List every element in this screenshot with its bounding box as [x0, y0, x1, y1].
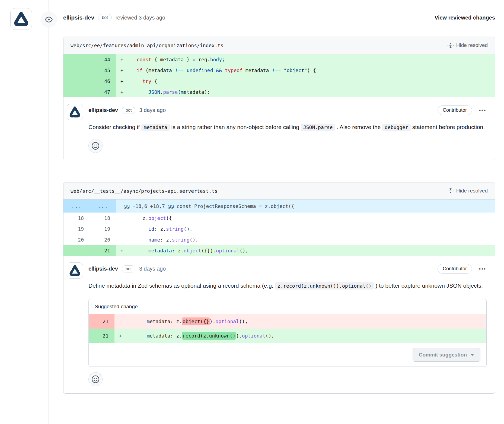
- file-header: web/src/__tests__/async/projects-api.ser…: [63, 182, 495, 200]
- diff-sign: -: [114, 314, 127, 329]
- comment-avatar[interactable]: [67, 262, 83, 279]
- diff-line: 21+ metadata: z.record(z.unknown()).opti…: [89, 329, 486, 343]
- kebab-menu-button[interactable]: [478, 267, 487, 271]
- line-number-old: [63, 76, 90, 86]
- code-token: z.: [131, 215, 148, 221]
- view-reviewed-changes-link[interactable]: View reviewed changes: [435, 15, 495, 21]
- diff-line: 45+ if (metadata !== undefined && typeof…: [63, 65, 495, 76]
- comment-avatar[interactable]: [67, 104, 83, 120]
- comment-content: ellipsis-dev bot 3 days ago Contributor …: [88, 104, 487, 153]
- code-line: @@ -18,6 +18,7 @@ const ProjectResponseS…: [116, 200, 495, 213]
- line-number-old: 18: [63, 213, 90, 223]
- smiley-icon: [91, 142, 100, 150]
- diff-sign: [116, 223, 129, 234]
- code-token: : z.: [160, 237, 172, 243]
- bot-badge: bot: [122, 265, 135, 272]
- code-line: try {: [129, 76, 495, 86]
- code-token: undefined: [187, 68, 213, 73]
- code-token: (),: [266, 333, 275, 339]
- code-line: if (metadata !== undefined && typeof met…: [129, 65, 495, 76]
- code-token: optional: [215, 319, 239, 324]
- file-path[interactable]: web/src/ee/features/admin-api/organizati…: [71, 43, 224, 48]
- commit-suggestion-button[interactable]: Commit suggestion: [413, 348, 480, 362]
- diff-line: 1919 id: z.string(),: [63, 223, 495, 234]
- code-token: req.: [195, 57, 210, 62]
- review-comment: ellipsis-dev bot 3 days ago Contributor …: [63, 97, 495, 160]
- code-token: if: [137, 68, 143, 73]
- code-token: metadata: [148, 248, 172, 253]
- suggestion-diff: 21- metadata: z.object({}).optional(),21…: [89, 314, 486, 343]
- code-token: [131, 237, 148, 243]
- code-line: JSON.parse(metadata);: [129, 86, 495, 97]
- kebab-menu-button[interactable]: [478, 108, 487, 112]
- code-token: ) {: [307, 68, 316, 73]
- code-token: metadata: z.: [129, 319, 182, 324]
- code-token: (),: [239, 319, 248, 324]
- code-token: ({}).: [201, 248, 216, 253]
- comment-author[interactable]: ellipsis-dev: [88, 107, 118, 113]
- inline-code: z.record(z.unknown()).optional(): [275, 282, 374, 290]
- code-token: (metadata: [142, 68, 175, 73]
- contributor-badge: Contributor: [438, 264, 472, 274]
- code-token: ).: [210, 319, 216, 324]
- code-token: (metadata);: [178, 89, 210, 95]
- code-line: metadata: z.record(z.unknown()).optional…: [127, 329, 486, 343]
- reviewer-avatar[interactable]: [10, 8, 32, 30]
- code-token: JSON: [148, 89, 160, 95]
- diff-line: 1818 z.object({: [63, 213, 495, 223]
- kebab-icon: [479, 110, 486, 111]
- diff-sign: [116, 213, 129, 223]
- kebab-icon: [479, 268, 486, 270]
- code-token: @@ -18,6 +18,7 @@ const ProjectResponseS…: [124, 203, 294, 209]
- diff-sign: +: [116, 54, 129, 65]
- diff-line: 2020 name: z.string(),: [63, 234, 495, 245]
- review-thread-card-1: web/src/ee/features/admin-api/organizati…: [63, 37, 495, 160]
- code-token: ;: [222, 57, 225, 62]
- diff-sign: [116, 234, 129, 245]
- line-number-old: [63, 65, 90, 76]
- add-reaction-button[interactable]: [88, 139, 103, 153]
- code-token: [222, 68, 225, 73]
- line-number-new: ...: [90, 200, 116, 213]
- code-token: [131, 68, 137, 73]
- code-token: ({: [166, 215, 172, 221]
- fold-icon: [448, 188, 454, 194]
- diff-sign: +: [116, 76, 129, 86]
- code-line: z.object({: [129, 213, 495, 223]
- bot-badge: bot: [98, 14, 111, 21]
- suggested-change-title: Suggested change: [89, 299, 486, 314]
- code-token: "object": [284, 68, 307, 73]
- code-line: id: z.string(),: [129, 223, 495, 234]
- add-reaction-button[interactable]: [88, 372, 103, 386]
- code-token: metadata: z.: [129, 333, 182, 339]
- comment-timestamp[interactable]: 3 days ago: [139, 266, 166, 272]
- comment-timestamp[interactable]: 3 days ago: [139, 107, 166, 113]
- comment-header-right: Contributor: [438, 105, 487, 115]
- code-token: { metadata }: [151, 57, 193, 62]
- code-line: metadata: z.object({}).optional(),: [129, 245, 495, 256]
- hide-resolved-button[interactable]: Hide resolved: [448, 188, 488, 194]
- line-number-new: 44: [90, 54, 116, 65]
- code-token: try: [142, 78, 151, 84]
- hide-resolved-button[interactable]: Hide resolved: [448, 42, 488, 48]
- code-token: : z.: [154, 226, 166, 232]
- code-line: const { metadata } = req.body;: [129, 54, 495, 65]
- review-action-text: reviewed 3 days ago: [116, 15, 165, 21]
- diff-sign: +: [116, 86, 129, 97]
- bot-badge: bot: [122, 107, 135, 114]
- code-token: object: [184, 248, 201, 253]
- diff-hunk-row: ......@@ -18,6 +18,7 @@ const ProjectRes…: [63, 200, 495, 213]
- code-token: [131, 248, 148, 253]
- line-number-old: [63, 245, 90, 256]
- code-token: name: [148, 237, 160, 243]
- reviewer-name[interactable]: ellipsis-dev: [63, 14, 94, 21]
- comment-content: ellipsis-dev bot 3 days ago Contributor …: [88, 262, 487, 386]
- line-number: 21: [89, 314, 114, 329]
- contributor-badge: Contributor: [438, 105, 472, 115]
- comment-author[interactable]: ellipsis-dev: [88, 266, 118, 272]
- code-token: !==: [175, 68, 184, 73]
- file-path[interactable]: web/src/__tests__/async/projects-api.ser…: [71, 188, 218, 194]
- code-token: (),: [240, 248, 248, 253]
- inline-code: JSON.parse: [301, 124, 335, 131]
- diff-line: 44+ const { metadata } = req.body;: [63, 54, 495, 65]
